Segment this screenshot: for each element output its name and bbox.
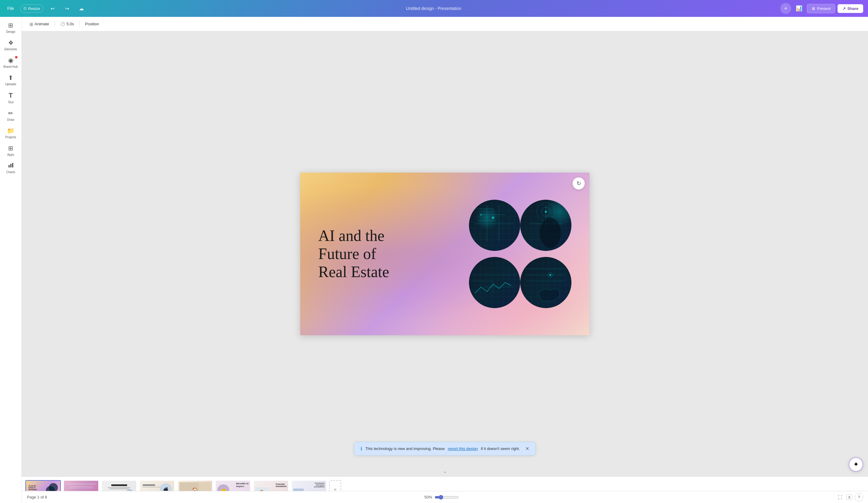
canvas-area[interactable]: AI and the Future of Real Estate — [22, 31, 434, 251]
sidebar-item-label-design: Design — [6, 30, 16, 34]
svg-rect-1 — [10, 164, 11, 167]
sidebar-item-label-projects: Projects — [5, 136, 16, 139]
sidebar-item-label-charts: Charts — [6, 170, 15, 174]
draw-icon: ✏ — [8, 109, 13, 117]
sidebar-item-label-brand-hub: Brand Hub — [3, 65, 18, 69]
charts-icon — [8, 162, 14, 169]
design-icon: ⊞ — [8, 22, 13, 29]
sidebar-item-label-apps: Apps — [7, 153, 14, 157]
redo-button[interactable]: ↪ — [61, 3, 72, 14]
projects-icon: 📁 — [7, 127, 14, 134]
toolbar-separator — [54, 21, 55, 27]
toolbar: ◎ Animate 🕐 5.0s Position — [22, 17, 434, 31]
sidebar-item-apps[interactable]: ⊞ Apps — [1, 142, 21, 159]
sidebar-item-label-draw: Draw — [7, 118, 14, 122]
resize-button[interactable]: ⊡ Resize — [20, 4, 44, 13]
animate-button[interactable]: ◎ Animate — [27, 20, 52, 28]
sidebar: ⊞ Design ❖ Elements ◉ Brand Hub ⬆ Upload… — [0, 17, 22, 251]
top-bar-left: File ⊡ Resize ↩ ↪ ☁ — [5, 3, 87, 14]
sidebar-item-label-text: Text — [8, 101, 13, 104]
top-bar-center: Untitled design - Presentation — [90, 6, 434, 11]
redo-icon: ↪ — [65, 6, 69, 11]
cloud-icon: ☁ — [79, 6, 84, 11]
slide-title-line2: Future of — [318, 245, 389, 251]
brand-hub-badge — [15, 56, 18, 59]
undo-button[interactable]: ↩ — [47, 3, 58, 14]
file-button[interactable]: File — [5, 4, 17, 13]
duration-label: 5.0s — [66, 22, 74, 26]
svg-rect-2 — [12, 163, 13, 167]
sidebar-item-charts[interactable]: Charts — [1, 160, 21, 177]
main-slide[interactable]: AI and the Future of Real Estate — [300, 172, 434, 251]
save-cloud-button[interactable]: ☁ — [76, 3, 87, 14]
top-bar: File ⊡ Resize ↩ ↪ ☁ Untitled design - Pr… — [0, 0, 434, 17]
sidebar-item-uploads[interactable]: ⬆ Uploads — [1, 72, 21, 88]
text-icon: T — [9, 92, 13, 99]
brand-hub-icon: ◉ — [8, 56, 13, 64]
position-label: Position — [85, 22, 99, 26]
sidebar-item-label-elements: Elements — [4, 48, 17, 51]
sidebar-item-brand-hub[interactable]: ◉ Brand Hub — [1, 54, 21, 71]
clock-icon: 🕐 — [60, 22, 65, 26]
slide-title-line1: AI and the — [318, 227, 389, 245]
sidebar-item-draw[interactable]: ✏ Draw — [1, 107, 21, 124]
apps-icon: ⊞ — [8, 145, 13, 152]
duration-button[interactable]: 🕐 5.0s — [57, 20, 77, 28]
slide-title[interactable]: AI and the Future of Real Estate — [318, 227, 389, 251]
undo-icon: ↩ — [51, 6, 54, 11]
sidebar-item-elements[interactable]: ❖ Elements — [1, 37, 21, 54]
animate-label: Animate — [35, 22, 49, 26]
resize-icon: ⊡ — [23, 6, 27, 11]
uploads-icon: ⬆ — [8, 74, 13, 81]
document-title: Untitled design - Presentation — [406, 6, 434, 11]
elements-icon: ❖ — [8, 39, 13, 46]
animate-icon: ◎ — [30, 22, 33, 27]
sidebar-item-projects[interactable]: 📁 Projects — [1, 125, 21, 142]
sidebar-item-text[interactable]: T Text — [1, 89, 21, 107]
position-button[interactable]: Position — [82, 20, 102, 28]
sidebar-item-design[interactable]: ⊞ Design — [1, 19, 21, 36]
resize-label: Resize — [28, 6, 40, 11]
svg-rect-0 — [8, 165, 10, 167]
toolbar-separator-2 — [79, 21, 80, 27]
sidebar-item-label-uploads: Uploads — [5, 83, 16, 86]
